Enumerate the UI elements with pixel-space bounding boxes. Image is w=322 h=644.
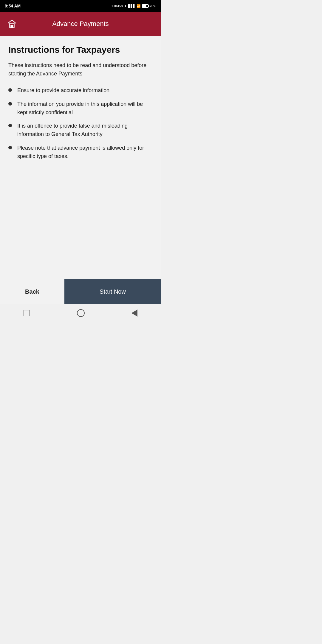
list-item: Ensure to provide accurate information <box>8 86 153 95</box>
bullet-icon <box>8 88 12 92</box>
list-item: Please note that advance payment is allo… <box>8 144 153 161</box>
recent-apps-button[interactable] <box>24 310 30 316</box>
list-item-text: The information you provide in this appl… <box>17 100 153 117</box>
page-title: Instructions for Taxpayers <box>8 45 153 55</box>
bullet-icon <box>8 102 12 106</box>
back-button[interactable]: Back <box>0 279 64 304</box>
list-item-text: Please note that advance payment is allo… <box>17 144 153 161</box>
svg-rect-1 <box>11 26 13 28</box>
home-icon <box>7 19 17 29</box>
system-nav-bar <box>0 304 161 322</box>
status-bar: 9:54 AM 1.0KB/s ★ ▋▋▋ 📶 70% <box>0 0 161 12</box>
bluetooth-icon: ★ <box>124 4 127 8</box>
back-nav-button[interactable] <box>131 309 137 317</box>
list-item-text: It is an offence to provide false and mi… <box>17 122 153 139</box>
status-time: 9:54 AM <box>5 4 21 8</box>
app-bar-title: Advance Payments <box>18 20 143 28</box>
intro-text: These instructions need to be read and u… <box>8 61 153 78</box>
network-speed: 1.0KB/s <box>111 4 123 8</box>
home-button[interactable] <box>6 18 18 30</box>
battery-percent: 70% <box>150 4 156 8</box>
battery-fill <box>143 5 146 7</box>
start-now-button[interactable]: Start Now <box>64 279 161 304</box>
battery-icon <box>142 4 148 8</box>
list-item: The information you provide in this appl… <box>8 100 153 117</box>
list-item: It is an offence to provide false and mi… <box>8 122 153 139</box>
instructions-list: Ensure to provide accurate information T… <box>8 86 153 161</box>
wifi-icon: 📶 <box>137 4 141 8</box>
list-item-text: Ensure to provide accurate information <box>17 86 109 95</box>
bullet-icon <box>8 146 12 149</box>
app-bar: Advance Payments <box>0 12 161 36</box>
home-nav-button[interactable] <box>77 309 85 317</box>
status-right: 1.0KB/s ★ ▋▋▋ 📶 70% <box>111 4 156 8</box>
bullet-icon <box>8 124 12 127</box>
bottom-bar: Back Start Now <box>0 279 161 304</box>
content-area: Instructions for Taxpayers These instruc… <box>0 36 161 279</box>
signal-icon: ▋▋▋ <box>128 4 135 8</box>
